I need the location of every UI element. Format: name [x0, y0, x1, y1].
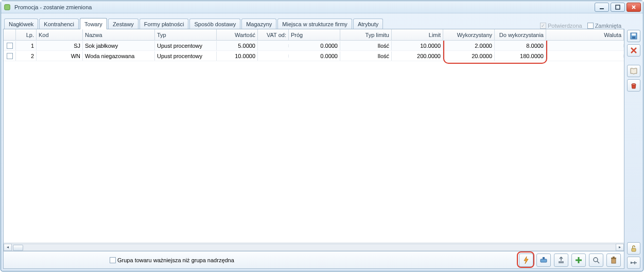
cell-prog: 0.0000 — [289, 41, 340, 50]
svg-rect-12 — [632, 37, 635, 39]
side-toolbar — [626, 15, 641, 269]
svg-point-13 — [632, 84, 636, 85]
items-grid: Lp. Kod Nazwa Typ Wartość VAT od: Próg T… — [3, 29, 624, 251]
cell-typ: Upust procentowy — [155, 51, 217, 61]
minimize-button[interactable] — [595, 3, 609, 12]
svg-point-6 — [594, 258, 598, 262]
zoom-button[interactable] — [589, 253, 603, 267]
close-button[interactable] — [626, 3, 641, 12]
cell-typ-limitu: Ilość — [340, 41, 392, 50]
svg-rect-4 — [543, 257, 545, 259]
delete-button[interactable] — [606, 253, 621, 267]
scale-button[interactable] — [536, 253, 551, 267]
cell-kod: SJ — [37, 41, 83, 50]
col-lp[interactable]: Lp. — [16, 29, 37, 40]
lightning-button[interactable] — [519, 253, 533, 267]
lock-button[interactable] — [627, 242, 640, 255]
tab-kontrahenci[interactable]: Kontrahenci — [39, 19, 79, 29]
cell-waluta — [546, 55, 624, 58]
cell-waluta — [546, 44, 624, 47]
group-priority-checkbox[interactable]: Grupa towaru ważniejsza niż grupa nadrzę… — [110, 257, 234, 263]
col-prog[interactable]: Próg — [289, 29, 340, 40]
window-title: Promocja - zostanie zmieniona — [14, 4, 92, 10]
cell-do-wykorzystania: 180.0000 — [495, 51, 546, 61]
pin-button[interactable] — [627, 257, 640, 269]
cell-wykorzystany: 20.0000 — [443, 51, 495, 61]
scroll-thumb[interactable] — [13, 245, 23, 251]
col-vat-od[interactable]: VAT od: — [258, 29, 289, 40]
col-nazwa[interactable]: Nazwa — [83, 29, 155, 40]
tab-bar: Nagłówek Kontrahenci Towary Zestawy Form… — [3, 15, 624, 29]
tab-formy-platnosci[interactable]: Formy płatności — [140, 19, 189, 29]
cell-typ-limitu: Ilość — [340, 51, 392, 61]
bucket-button[interactable] — [627, 79, 640, 92]
col-typ[interactable]: Typ — [155, 29, 217, 40]
col-kod[interactable]: Kod — [37, 29, 83, 40]
add-button[interactable] — [571, 253, 586, 267]
scroll-right-button[interactable]: ▸ — [616, 244, 624, 251]
col-limit[interactable]: Limit — [392, 29, 443, 40]
col-wykorzystany[interactable]: Wykorzystany — [443, 29, 495, 40]
svg-rect-14 — [632, 248, 636, 251]
svg-rect-8 — [611, 258, 616, 259]
svg-rect-15 — [631, 262, 632, 264]
confirmed-checkbox: ✓ Potwierdzona — [540, 23, 582, 29]
table-row[interactable]: 2 WN Woda niegazowana Upust procentowy 1… — [4, 51, 624, 61]
svg-rect-1 — [600, 8, 604, 9]
svg-rect-2 — [616, 5, 620, 9]
cell-limit: 10.0000 — [392, 41, 443, 50]
scroll-track[interactable] — [12, 244, 616, 251]
cell-vat-od — [258, 44, 289, 47]
svg-rect-9 — [613, 257, 615, 258]
svg-rect-11 — [632, 33, 636, 35]
tab-sposob-dostawy[interactable]: Sposób dostawy — [189, 19, 240, 29]
book-button[interactable] — [627, 65, 640, 77]
col-typ-limitu[interactable]: Typ limitu — [340, 29, 392, 40]
cell-kod: WN — [37, 51, 83, 61]
row-checkbox[interactable] — [4, 41, 16, 50]
scroll-left-button[interactable]: ◂ — [4, 244, 12, 251]
horizontal-scrollbar[interactable]: ◂ ▸ — [4, 243, 624, 251]
row-checkbox[interactable] — [4, 51, 16, 61]
cell-wartosc: 10.0000 — [217, 51, 258, 61]
col-wartosc[interactable]: Wartość — [217, 29, 258, 40]
window-controls — [595, 3, 641, 12]
cell-do-wykorzystania: 8.0000 — [495, 41, 546, 50]
svg-rect-3 — [541, 259, 547, 262]
save-button[interactable] — [627, 30, 640, 42]
group-priority-label: Grupa towaru ważniejsza niż grupa nadrzę… — [117, 257, 234, 263]
cell-wykorzystany: 2.0000 — [443, 41, 495, 50]
cell-lp: 1 — [16, 41, 37, 50]
closed-checkbox[interactable]: Zamknięta — [587, 23, 621, 29]
col-waluta[interactable]: Waluta — [546, 29, 624, 40]
table-row[interactable]: 1 SJ Sok jabłkowy Upust procentowy 5.000… — [4, 41, 624, 51]
svg-rect-7 — [612, 259, 616, 263]
titlebar: Promocja - zostanie zmieniona — [1, 1, 643, 13]
cell-prog: 0.0000 — [289, 51, 340, 61]
maximize-button[interactable] — [611, 3, 625, 12]
cell-wartosc: 5.0000 — [217, 41, 258, 50]
app-icon — [3, 3, 11, 11]
col-do-wykorzystania[interactable]: Do wykorzystania — [495, 29, 546, 40]
grid-body: 1 SJ Sok jabłkowy Upust procentowy 5.000… — [4, 41, 624, 243]
cell-lp: 2 — [16, 51, 37, 61]
cell-nazwa: Woda niegazowana — [83, 51, 155, 61]
tab-towary[interactable]: Towary — [80, 18, 107, 29]
cell-vat-od — [258, 55, 289, 58]
tab-atrybuty[interactable]: Atrybuty — [353, 19, 383, 29]
tab-miejsca[interactable]: Miejsca w strukturze firmy — [277, 19, 352, 29]
grid-header: Lp. Kod Nazwa Typ Wartość VAT od: Próg T… — [4, 29, 624, 41]
svg-rect-0 — [5, 4, 10, 10]
tab-magazyny[interactable]: Magazyny — [241, 19, 276, 29]
promotion-window: Promocja - zostanie zmieniona Nagłówek K… — [1, 1, 643, 271]
closed-label: Zamknięta — [595, 23, 621, 29]
export-button[interactable] — [554, 253, 568, 267]
svg-rect-5 — [559, 261, 564, 263]
cell-nazwa: Sok jabłkowy — [83, 41, 155, 50]
tab-naglowek[interactable]: Nagłówek — [4, 19, 38, 29]
cell-limit: 200.0000 — [392, 51, 443, 61]
confirmed-label: Potwierdzona — [548, 23, 582, 29]
footer-bar: Grupa towaru ważniejsza niż grupa nadrzę… — [3, 251, 624, 269]
cancel-button[interactable] — [627, 44, 640, 57]
tab-zestawy[interactable]: Zestawy — [108, 19, 138, 29]
